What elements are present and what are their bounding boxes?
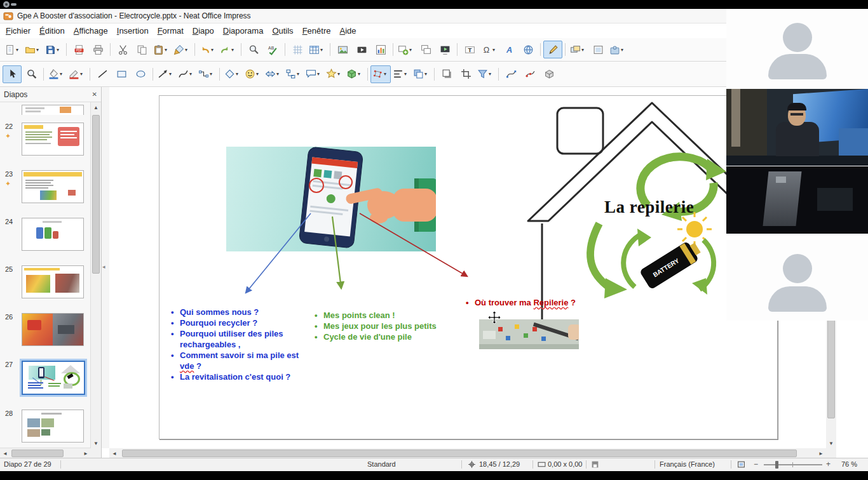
scroll-down-icon[interactable]: ▼ (826, 438, 836, 448)
dropdown-arrow-icon[interactable]: ▾ (621, 47, 626, 53)
insert-table-button[interactable]: ▾ (307, 41, 327, 58)
insert-media-button[interactable] (352, 41, 371, 58)
participant-2-tile[interactable] (726, 89, 868, 166)
dropdown-arrow-icon[interactable]: ▾ (211, 47, 216, 53)
redo-button[interactable]: ▾ (218, 41, 238, 58)
menu-fichier[interactable]: Fichier (1, 25, 35, 37)
arrange-button[interactable]: ▾ (411, 65, 431, 83)
slide-thumbnail-partial[interactable] (22, 105, 84, 115)
fill-color-button[interactable]: ▾ (46, 65, 67, 83)
new-slide-button[interactable]: ▾ (396, 41, 416, 58)
dropdown-arrow-icon[interactable]: ▾ (57, 47, 62, 53)
scroll-right-icon[interactable]: ► (81, 448, 91, 458)
connector-button[interactable]: ▾ (196, 65, 217, 83)
insert-image-button[interactable] (333, 41, 352, 58)
zoom-in-icon[interactable]: + (826, 460, 831, 469)
stars-button[interactable]: ▾ (324, 65, 344, 83)
dropdown-arrow-icon[interactable]: ▾ (358, 71, 363, 77)
scroll-left-icon[interactable]: ◄ (109, 448, 119, 458)
insert-textbox-button[interactable]: T (460, 41, 479, 58)
menu-diaporama[interactable]: Diaporama (219, 25, 268, 37)
dropdown-arrow-icon[interactable]: ▾ (210, 71, 215, 77)
topic-list-green[interactable]: Mes points clean !Mes jeux pour les plus… (312, 310, 472, 342)
slide-preview[interactable] (22, 361, 85, 395)
image-filter-button[interactable]: ▾ (475, 65, 496, 83)
draw-functions-button[interactable] (543, 41, 562, 58)
dropdown-arrow-icon[interactable]: ▾ (409, 47, 414, 53)
curve-button[interactable]: ▾ (176, 65, 196, 83)
zoom-out-icon[interactable]: − (754, 460, 758, 469)
phone-image[interactable] (226, 147, 436, 251)
menu-fenetre[interactable]: Fenêtre (298, 25, 336, 37)
fit-slide-icon[interactable] (737, 460, 745, 469)
house-title[interactable]: La repilerie (604, 197, 719, 217)
clone-formatting-button[interactable]: ▾ (172, 41, 192, 58)
scroll-up-icon[interactable]: ▲ (91, 102, 101, 112)
extrusion-button[interactable] (539, 65, 559, 83)
collapse-panel-icon[interactable]: ◂ (102, 263, 105, 270)
dropdown-arrow-icon[interactable]: ▾ (60, 71, 65, 77)
basic-shapes-button[interactable]: ▾ (222, 65, 243, 83)
duplicate-slide-button[interactable] (416, 41, 435, 58)
menu-outils[interactable]: Outils (268, 25, 297, 37)
edit-points-button[interactable] (501, 65, 520, 83)
zoom-level[interactable]: 76 % (841, 460, 857, 468)
dropdown-arrow-icon[interactable]: ▾ (185, 47, 190, 53)
shadow-button[interactable] (437, 65, 456, 83)
dropdown-arrow-icon[interactable]: ▾ (36, 47, 41, 53)
line-button[interactable] (93, 65, 112, 83)
dropdown-arrow-icon[interactable]: ▾ (320, 47, 325, 53)
cut-button[interactable] (113, 41, 132, 58)
participant-3-tile[interactable] (726, 166, 868, 234)
dropdown-arrow-icon[interactable]: ▾ (276, 71, 281, 77)
print-button[interactable] (88, 41, 107, 58)
scroll-down-icon[interactable]: ▼ (91, 438, 101, 448)
scroll-left-icon[interactable]: ◄ (0, 448, 10, 458)
menu-format[interactable]: Format (153, 25, 188, 37)
zoom-slider-track[interactable] (764, 464, 822, 465)
dropdown-arrow-icon[interactable]: ▾ (489, 71, 494, 77)
special-character-button[interactable]: Ω▾ (479, 41, 499, 58)
slide-thumbnail-24[interactable]: 24 (0, 218, 91, 251)
open-button[interactable]: ▾ (23, 41, 43, 58)
insert-chart-button[interactable] (371, 41, 390, 58)
select-button[interactable] (3, 65, 22, 83)
fontwork-button[interactable]: A (499, 41, 519, 58)
symbol-shapes-button[interactable]: ▾ (243, 65, 263, 83)
export-pdf-button[interactable]: PDF (69, 41, 88, 58)
copy-button[interactable] (132, 41, 151, 58)
crop-button[interactable] (456, 65, 475, 83)
flowchart-button[interactable]: ▾ (283, 65, 304, 83)
dropdown-arrow-icon[interactable]: ▾ (256, 71, 261, 77)
zoom-slider-thumb[interactable] (775, 461, 778, 469)
align-button[interactable]: ▾ (391, 65, 411, 83)
canvas-horizontal-scrollbar[interactable]: ◄ ► (109, 448, 826, 458)
slide-preview[interactable] (22, 218, 84, 251)
scrollbar-thumb[interactable] (122, 450, 797, 457)
scrollbar-thumb[interactable] (92, 115, 100, 274)
dropdown-arrow-icon[interactable]: ▾ (581, 47, 587, 53)
rectangle-button[interactable] (112, 65, 131, 83)
menu-edition[interactable]: Édition (35, 25, 69, 37)
find-replace-button[interactable] (244, 41, 263, 58)
dropdown-arrow-icon[interactable]: ▾ (424, 71, 430, 77)
save-button[interactable]: ▾ (43, 41, 64, 58)
transformations-button[interactable]: ▾ (370, 65, 391, 83)
participant-4-tile[interactable] (726, 240, 868, 321)
dropdown-arrow-icon[interactable]: ▾ (165, 47, 170, 53)
layout-name[interactable]: Standard (367, 460, 396, 468)
topic-list-red[interactable]: Où trouver ma Repilerie ? (463, 297, 635, 308)
dropdown-arrow-icon[interactable]: ▾ (189, 71, 194, 77)
menu-aide[interactable]: Aide (335, 25, 360, 37)
dropdown-arrow-icon[interactable]: ▾ (231, 47, 236, 53)
slide-thumbnail-27[interactable]: 27 (0, 361, 91, 395)
block-arrows-button[interactable]: ▾ (263, 65, 283, 83)
dropdown-arrow-icon[interactable]: ▾ (236, 71, 241, 77)
start-slideshow-button[interactable] (435, 41, 454, 58)
slide-preview[interactable] (22, 123, 84, 156)
text-language[interactable]: Français (France) (660, 460, 715, 468)
glue-points-button[interactable] (520, 65, 539, 83)
dropdown-arrow-icon[interactable]: ▾ (384, 71, 389, 77)
dropdown-arrow-icon[interactable]: ▾ (337, 71, 342, 77)
slides-panel-horizontal-scrollbar[interactable]: ◄ ► (0, 448, 91, 458)
